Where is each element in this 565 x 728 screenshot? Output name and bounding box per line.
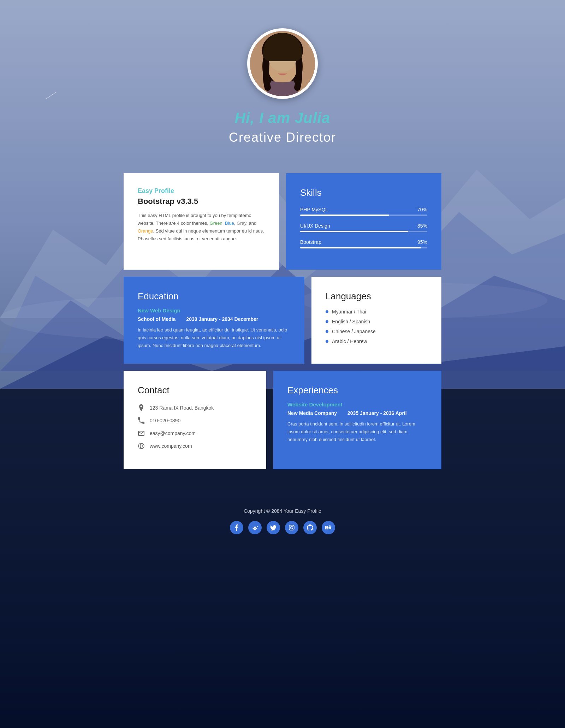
language-myanmar: Myanmar / Thai (326, 309, 427, 315)
language-myanmar-label: Myanmar / Thai (332, 309, 366, 315)
social-behance[interactable] (322, 521, 335, 534)
social-icons (230, 521, 335, 534)
svg-point-14 (275, 62, 280, 66)
contact-address-item: 123 Rama IX Road, Bangkok (138, 404, 252, 411)
social-github[interactable] (303, 521, 317, 534)
language-english: English / Spanish (326, 319, 427, 324)
social-google-plus[interactable] (248, 521, 262, 534)
skill-php: PHP MySQL 70% (300, 207, 427, 216)
hero-title: Creative Director (229, 130, 336, 145)
skill-php-label: PHP MySQL (300, 207, 328, 212)
experiences-meta: New Media Company 2035 January - 2036 Ap… (287, 410, 427, 416)
svg-point-15 (285, 62, 290, 66)
about-card: Easy Profile Bootstrap v3.3.5 This easy … (124, 173, 279, 270)
footer-copyright: Copyright © 2084 Your Easy Profile (244, 508, 321, 514)
avatar (247, 28, 318, 99)
skill-bootstrap-percent: 95% (417, 239, 427, 245)
about-version: Bootstrap v3.3.5 (138, 197, 265, 206)
experiences-company: New Media Company (287, 410, 337, 416)
languages-card: Languages Myanmar / Thai English / Spani… (311, 277, 441, 364)
skill-uiux: UI/UX Design 85% (300, 223, 427, 232)
education-subtitle: New Web Design (138, 307, 290, 313)
skill-uiux-bar-bg (300, 231, 427, 232)
education-card: Education New Web Design School of Media… (124, 277, 304, 364)
education-title: Education (138, 291, 290, 302)
contact-title: Contact (138, 385, 252, 396)
language-english-label: English / Spanish (332, 319, 370, 324)
svg-point-13 (268, 49, 297, 84)
contact-website-item: www.company.com (138, 442, 252, 450)
experiences-card: Experiences Website Development New Medi… (273, 371, 441, 469)
contact-email-item: easy@company.com (138, 430, 252, 437)
contact-card: Contact 123 Rama IX Road, Bangkok (124, 371, 266, 469)
education-school: School of Media (138, 316, 176, 322)
link-orange[interactable]: Orange (138, 228, 153, 234)
bullet-icon (326, 320, 328, 323)
row-about-skills: Easy Profile Bootstrap v3.3.5 This easy … (124, 173, 441, 270)
main-content: Easy Profile Bootstrap v3.3.5 This easy … (124, 173, 441, 491)
experiences-description: Cras porta tincidunt sem, in sollicitudi… (287, 420, 427, 444)
social-facebook[interactable] (230, 521, 243, 534)
bullet-icon (326, 340, 328, 343)
footer: Copyright © 2084 Your Easy Profile (0, 491, 565, 548)
location-icon (138, 404, 145, 411)
email-icon (138, 430, 145, 437)
language-arabic-label: Arabic / Hebrew (332, 339, 367, 344)
skill-bootstrap-bar-bg (300, 247, 427, 248)
skill-uiux-percent: 85% (417, 223, 427, 229)
skill-bootstrap-label: Bootstrap (300, 239, 321, 245)
language-chinese: Chinese / Japanese (326, 329, 427, 334)
contact-phone-item: 010-020-0890 (138, 417, 252, 424)
skills-title: Skills (300, 187, 427, 198)
language-chinese-label: Chinese / Japanese (332, 329, 376, 334)
skill-uiux-label: UI/UX Design (300, 223, 330, 229)
hero-name: Hi, I am Julia (235, 110, 331, 127)
languages-title: Languages (326, 291, 427, 302)
contact-phone: 010-020-0890 (150, 418, 180, 423)
experiences-subtitle: Website Development (287, 401, 427, 407)
about-brand-label: Easy Profile (138, 187, 265, 195)
social-twitter[interactable] (267, 521, 280, 534)
education-description: In lacinia leo sed quam feugiat, ac effi… (138, 326, 290, 350)
contact-address: 123 Rama IX Road, Bangkok (150, 405, 214, 411)
skill-php-percent: 70% (417, 207, 427, 212)
skill-php-bar-bg (300, 215, 427, 216)
link-green[interactable]: Green (210, 221, 222, 226)
svg-point-19 (293, 526, 293, 527)
hero-section: Hi, I am Julia Creative Director (229, 0, 336, 173)
contact-website: www.company.com (150, 443, 192, 449)
link-blue[interactable]: Blue (225, 221, 234, 226)
skill-bootstrap-bar-fill (300, 247, 421, 248)
svg-point-18 (291, 527, 293, 529)
globe-icon (138, 442, 145, 450)
social-instagram[interactable] (285, 521, 298, 534)
skill-uiux-bar-fill (300, 231, 408, 232)
experiences-title: Experiences (287, 385, 427, 396)
link-gray[interactable]: Gray (237, 221, 246, 226)
row-contact-experiences: Contact 123 Rama IX Road, Bangkok (124, 371, 441, 469)
language-arabic: Arabic / Hebrew (326, 339, 427, 344)
bullet-icon (326, 310, 328, 313)
skill-bootstrap: Bootstrap 95% (300, 239, 427, 248)
contact-email: easy@company.com (150, 430, 196, 436)
experiences-period: 2035 January - 2036 April (347, 410, 407, 416)
skill-php-bar-fill (300, 215, 389, 216)
about-description: This easy HTML profile is brought to you… (138, 212, 265, 243)
bullet-icon (326, 330, 328, 333)
svg-rect-17 (289, 525, 294, 530)
row-education-languages: Education New Web Design School of Media… (124, 277, 441, 364)
skills-card: Skills PHP MySQL 70% UI/UX Design 85% (286, 173, 441, 270)
phone-icon (138, 417, 145, 424)
education-period: 2030 January - 2034 December (186, 316, 258, 322)
education-meta: School of Media 2030 January - 2034 Dece… (138, 316, 290, 322)
